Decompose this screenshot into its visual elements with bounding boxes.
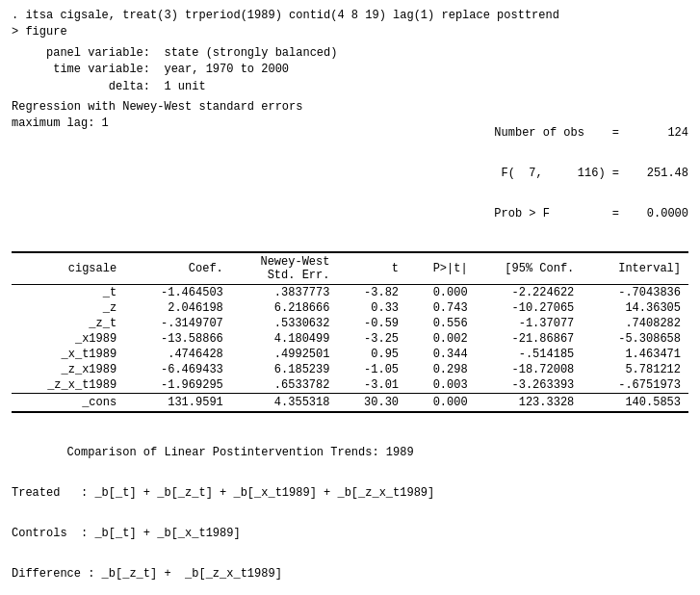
prob-f: Prob > F = 0.0000 [494,207,688,220]
cons-se: 4.355318 [231,393,338,412]
panel-line3: delta: 1 unit [12,79,688,95]
table-cell: -.3149707 [124,316,231,331]
table-cell: .5330632 [231,316,338,331]
table-cell: -3.25 [337,331,406,347]
table-cell: -10.27065 [476,300,583,316]
col-header-ci-low: [95% Conf. [476,252,583,285]
table-row: _x1989-13.588664.180499-3.250.002-21.868… [12,331,688,347]
table-cell: 0.556 [406,316,476,331]
table-cell: _z_t [12,316,124,331]
regression-left2: maximum lag: 1 [12,116,302,132]
table-row: _x_t1989.4746428.49925010.950.344-.51418… [12,347,688,362]
regression-table: cigsale Coef. Newey-WestStd. Err. t P>|t… [12,251,688,413]
table-cell: _z_x1989 [12,362,124,377]
regression-left1: Regression with Newey-West standard erro… [12,99,302,116]
f-stat: F( 7, 116) = 251.48 [494,167,688,180]
col-header-neweywest: Newey-WestStd. Err. [231,252,338,285]
comparison-line3: Difference : _b[_z_t] + _b[_z_x_t1989] [12,567,688,581]
table-cell: 0.95 [337,347,406,362]
table-cell: _x_t1989 [12,347,124,362]
panel-info-section: panel variable: state (strongly balanced… [12,45,688,95]
panel-line1: panel variable: state (strongly balanced… [12,45,688,62]
table-cell: _t [12,284,124,300]
table-cell: -2.224622 [476,284,583,300]
table-cell: -.6751973 [582,377,688,394]
table-cell: _z_x_t1989 [12,377,124,394]
table-cell: -3.263393 [476,377,583,394]
col-header-ci-high: Interval] [582,252,688,285]
table-row: _z2.0461986.2186660.330.743-10.2706514.3… [12,300,688,316]
col-header-coef: Coef. [124,252,231,285]
table-cell: -1.05 [337,362,406,377]
table-cell: 0.000 [406,284,476,300]
table-cell: -3.01 [337,377,406,394]
table-cell: -.7043836 [582,284,688,300]
table-cell: -21.86867 [476,331,583,347]
cons-coef: 131.9591 [124,393,231,412]
table-cell: -13.58866 [124,331,231,347]
table-cell: 0.743 [406,300,476,316]
table-cell: 6.218666 [231,300,338,316]
table-cell: _x1989 [12,331,124,347]
regression-left: Regression with Newey-West standard erro… [12,99,302,133]
table-cell: .7408282 [582,316,688,331]
table-cell: 1.463471 [582,347,688,362]
table-cell: -3.82 [337,284,406,300]
table-cell: .3837773 [231,284,338,300]
col-header-t: t [337,252,406,285]
comparison-line1: Treated : _b[_t] + _b[_z_t] + _b[_x_t198… [12,486,688,500]
cons-p: 0.000 [406,393,476,412]
table-row: _z_t-.3149707.5330632-0.590.556-1.37077.… [12,316,688,331]
table-cell: .4992501 [231,347,338,362]
panel-line2: time variable: year, 1970 to 2000 [12,62,688,78]
table-cell: -.514185 [476,347,583,362]
table-cell: -0.59 [337,316,406,331]
table-cell: 2.046198 [124,300,231,316]
table-cell: 0.298 [406,362,476,377]
regression-header: Regression with Newey-West standard erro… [12,99,688,247]
table-cell: -18.72008 [476,362,583,377]
table-cell: 14.36305 [582,300,688,316]
command-line1: . itsa cigsale, treat(3) trperiod(1989) … [12,8,688,24]
table-cell: 0.33 [337,300,406,316]
table-cell: -1.969295 [124,377,231,394]
command-section: . itsa cigsale, treat(3) trperiod(1989) … [12,8,688,41]
table-cell: _z [12,300,124,316]
table-cell: 0.002 [406,331,476,347]
table-cell: 6.185239 [231,362,338,377]
table-cell: 0.003 [406,377,476,394]
table-cell: -1.37077 [476,316,583,331]
cons-ci-high: 140.5853 [582,393,688,412]
num-obs: Number of obs = 124 [494,126,688,140]
table-cell: .4746428 [124,347,231,362]
table-cell: -6.469433 [124,362,231,377]
comparison-section: Comparison of Linear Postintervention Tr… [12,419,688,594]
table-row: _t-1.464503.3837773-3.820.000-2.224622-.… [12,284,688,300]
table-cell: 0.344 [406,347,476,362]
table-cell: .6533782 [231,377,338,394]
comparison-line2: Controls : _b[_t] + _b[_x_t1989] [12,527,688,540]
table-row: _z_x1989-6.4694336.185239-1.050.298-18.7… [12,362,688,377]
comparison-title: Comparison of Linear Postintervention Tr… [12,446,688,459]
col-header-pt: P>|t| [406,252,476,285]
command-line2: > figure [12,24,688,40]
cons-ci-low: 123.3328 [476,393,583,412]
table-cell: -5.308658 [582,331,688,347]
table-cell: -1.464503 [124,284,231,300]
col-header-depvar: cigsale [12,252,124,285]
table-cell: 5.781212 [582,362,688,377]
table-cell: 4.180499 [231,331,338,347]
table-row: _z_x_t1989-1.969295.6533782-3.010.003-3.… [12,377,688,394]
regression-right: Number of obs = 124 F( 7, 116) = 251.48 … [494,99,688,247]
cons-label: _cons [12,393,124,412]
cons-t: 30.30 [337,393,406,412]
